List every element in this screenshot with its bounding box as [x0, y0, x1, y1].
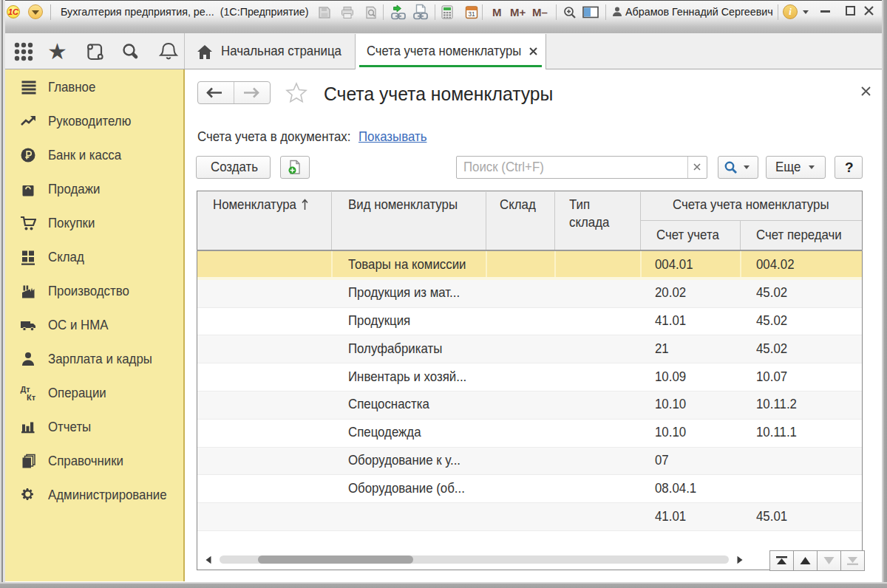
svg-text:31: 31: [468, 10, 475, 18]
svg-text:Кт: Кт: [27, 393, 36, 402]
